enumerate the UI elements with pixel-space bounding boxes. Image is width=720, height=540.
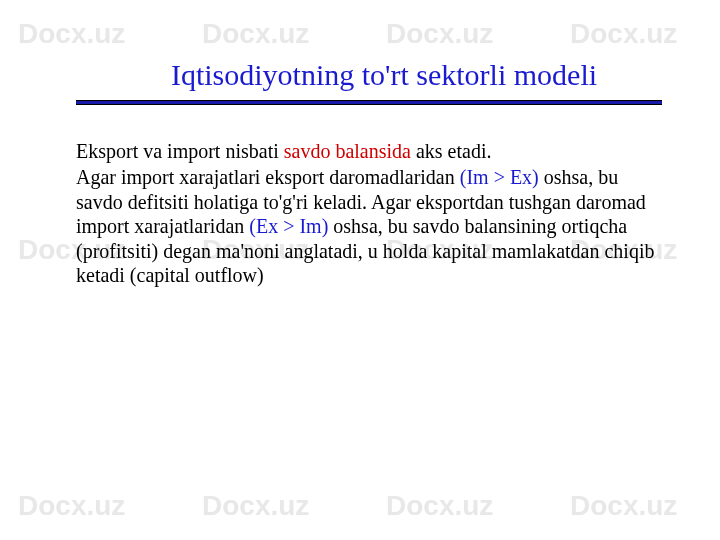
paragraph-2: Agar import xarajatlari eksport daromadl… (76, 165, 662, 287)
p2-text-a: Agar import xarajatlari eksport daromadl… (76, 166, 460, 188)
watermark-text: Docx.uz (570, 490, 677, 522)
p1-text-a: Eksport va import nisbati (76, 140, 284, 162)
title-rule (76, 100, 662, 105)
paragraph-1: Eksport va import nisbati savdo balansid… (76, 139, 662, 163)
body-text: Eksport va import nisbati savdo balansid… (76, 139, 662, 287)
watermark-text: Docx.uz (18, 490, 125, 522)
watermark-text: Docx.uz (386, 490, 493, 522)
p2-text-b: (Im > Ex) (460, 166, 539, 188)
p1-text-c: aks etadi. (411, 140, 492, 162)
p2-text-d: (Ex > Im) (249, 215, 328, 237)
watermark-text: Docx.uz (202, 490, 309, 522)
slide-content: Iqtisodiyotning to'rt sektorli modeli Ek… (0, 0, 720, 329)
p1-text-b: savdo balansida (284, 140, 411, 162)
page-title: Iqtisodiyotning to'rt sektorli modeli (106, 58, 662, 92)
